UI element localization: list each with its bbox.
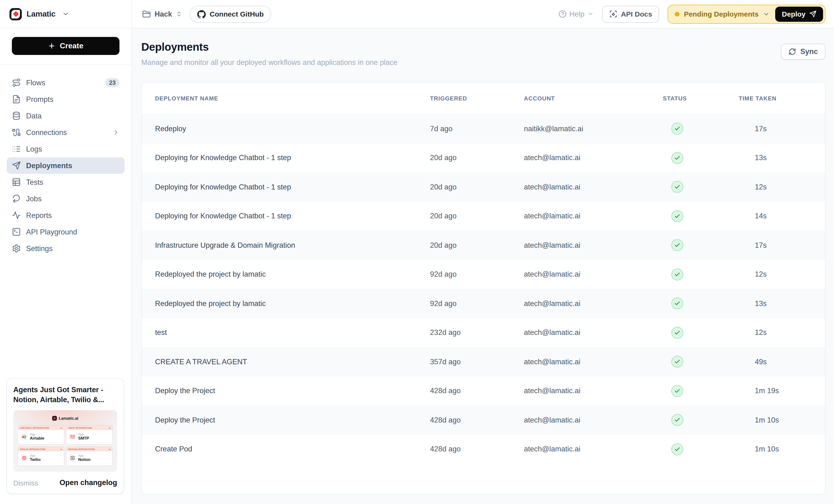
- database-icon: [12, 111, 21, 120]
- sidebar-item-deployments[interactable]: Deployments: [7, 157, 125, 174]
- dismiss-button[interactable]: Dismiss: [13, 479, 38, 487]
- lamatic-logo-icon: [9, 8, 22, 20]
- sidebar-item-reports[interactable]: Reports: [7, 207, 125, 224]
- twilio-app-icon: [20, 455, 27, 462]
- sidebar-item-connections[interactable]: Connections: [7, 124, 125, 141]
- triggered-cell: 92d ago: [430, 299, 524, 308]
- account-cell: atech@lamatic.ai: [524, 299, 663, 308]
- status-cell: [663, 123, 739, 135]
- status-success-badge: [672, 269, 683, 280]
- deployment-name-cell: Redeployed the project by lamatic: [142, 299, 430, 308]
- open-changelog-button[interactable]: Open changelog: [60, 478, 117, 487]
- column-header-time-taken: TIME TAKEN: [739, 95, 825, 101]
- pending-deployments-dropdown[interactable]: Pending Deployments: [675, 10, 769, 18]
- check-icon: [674, 446, 680, 452]
- status-cell: [663, 181, 739, 193]
- create-button[interactable]: Create: [12, 37, 119, 55]
- app-card-arrow-icon: ▸: [109, 427, 110, 429]
- table-row[interactable]: test 232d ago atech@lamatic.ai 12s: [142, 318, 825, 347]
- notion-app-icon: N: [69, 455, 76, 462]
- deploy-button[interactable]: Deploy: [775, 6, 823, 22]
- status-cell: [663, 327, 739, 339]
- chevron-down-icon: [587, 11, 593, 17]
- changelog-title: Agents Just Got Smarter - Notion, Airtab…: [13, 385, 117, 405]
- status-cell: [663, 414, 739, 426]
- table-row[interactable]: Deploy the Project 428d ago atech@lamati…: [142, 376, 825, 406]
- account-cell: atech@lamatic.ai: [524, 416, 663, 425]
- app-card-kicker: SMTP INTEGRATION: [68, 427, 92, 429]
- sidebar-item-jobs[interactable]: Jobs: [7, 190, 125, 207]
- table-row[interactable]: Infrastructure Upgrade & Domain Migratio…: [142, 231, 825, 260]
- triggered-cell: 20d ago: [430, 154, 524, 162]
- check-icon: [674, 184, 680, 190]
- changelog-app-card-notion: NOTION INTEGRATION ▸ N App Notion: [66, 447, 112, 466]
- table-row[interactable]: Deploy the Project 428d ago atech@lamati…: [142, 406, 825, 435]
- app-card-name: SMTP: [78, 436, 89, 441]
- folder-icon: [142, 10, 151, 18]
- table-row[interactable]: Create Pod 428d ago atech@lamatic.ai 1m …: [142, 435, 825, 464]
- sidebar-item-flows[interactable]: Flows 23: [7, 74, 125, 91]
- app-card-arrow-icon: ▸: [61, 448, 62, 450]
- time-taken-cell: 12s: [739, 183, 825, 191]
- table-row[interactable]: Deploying for Knowledge Chatbot - 1 step…: [142, 202, 825, 231]
- time-taken-cell: 14s: [739, 212, 825, 221]
- account-cell: naitikk@lamatic.ai: [524, 124, 663, 133]
- status-cell: [663, 269, 739, 280]
- help-menu[interactable]: Help: [558, 10, 593, 18]
- sidebar-item-label: Connections: [26, 128, 67, 137]
- api-docs-button[interactable]: API Docs: [602, 5, 659, 23]
- table-row[interactable]: Redeployed the project by lamatic 92d ag…: [142, 289, 825, 318]
- sidebar-item-label: Reports: [26, 211, 52, 220]
- triggered-cell: 92d ago: [430, 270, 524, 279]
- sidebar-item-data[interactable]: Data: [7, 108, 125, 124]
- time-taken-cell: 1m 19s: [739, 387, 825, 395]
- time-taken-cell: 17s: [739, 241, 825, 250]
- smtp-app-icon: [69, 433, 76, 440]
- sidebar-item-logs[interactable]: Logs: [7, 141, 125, 157]
- sidebar-item-settings[interactable]: Settings: [7, 240, 125, 257]
- deployment-name-cell: Deploy the Project: [142, 416, 430, 425]
- page-title: Deployments: [141, 40, 826, 54]
- table-row[interactable]: Deploying for Knowledge Chatbot - 1 step…: [142, 173, 825, 202]
- sidebar-item-prompts[interactable]: Prompts: [7, 91, 125, 108]
- status-success-badge: [672, 443, 683, 455]
- account-cell: atech@lamatic.ai: [524, 445, 663, 454]
- brand-name: Lamatic: [26, 9, 56, 19]
- sidebar-item-label: API Playground: [26, 228, 77, 236]
- status-success-badge: [672, 181, 683, 193]
- sidebar-item-api-playground[interactable]: API Playground: [7, 224, 125, 240]
- send-icon: [12, 161, 21, 170]
- column-header-account: ACCOUNT: [524, 95, 663, 101]
- changelog-logo-text: Lamatic.ai: [59, 416, 78, 420]
- triggered-cell: 7d ago: [430, 124, 524, 133]
- sync-button[interactable]: Sync: [781, 44, 826, 60]
- page-header: Deployments Manage and monitor all your …: [132, 28, 834, 67]
- deployment-name-cell: CREATE A TRAVEL AGENT: [142, 358, 430, 366]
- table-header-row: DEPLOYMENT NAME TRIGGERED ACCOUNT STATUS…: [142, 83, 825, 114]
- table-row[interactable]: Deploying for Knowledge Chatbot - 1 step…: [142, 143, 825, 173]
- sidebar-item-tests[interactable]: Tests: [7, 174, 125, 190]
- table-row[interactable]: CREATE A TRAVEL AGENT 357d ago atech@lam…: [142, 347, 825, 376]
- sidebar-item-label: Logs: [26, 145, 42, 153]
- send-icon: [809, 10, 816, 18]
- chevrons-up-down-icon: [176, 11, 182, 17]
- workspace-selector[interactable]: Hack: [142, 10, 182, 18]
- route-icon: [12, 78, 21, 87]
- table-row[interactable]: Redeploy 7d ago naitikk@lamatic.ai 17s: [142, 114, 825, 143]
- deployment-name-cell: Redeployed the project by lamatic: [142, 270, 430, 279]
- chevron-down-icon: [62, 10, 69, 18]
- triggered-cell: 20d ago: [430, 241, 524, 250]
- logs-icon: [12, 144, 21, 154]
- workspace-switcher[interactable]: Lamatic: [0, 0, 131, 28]
- deploy-button-label: Deploy: [782, 10, 806, 18]
- sidebar-item-label: Settings: [26, 244, 52, 253]
- check-icon: [674, 126, 680, 132]
- triggered-cell: 428d ago: [430, 445, 524, 454]
- table-row[interactable]: Redeployed the project by lamatic 92d ag…: [142, 260, 825, 289]
- triggered-cell: 232d ago: [430, 328, 524, 337]
- status-success-badge: [672, 298, 683, 310]
- status-success-badge: [672, 152, 683, 164]
- lamatic-logo-icon: [52, 416, 57, 420]
- connect-github-button[interactable]: Connect GitHub: [190, 5, 271, 23]
- topbar: Hack Connect GitHub Help: [132, 0, 834, 28]
